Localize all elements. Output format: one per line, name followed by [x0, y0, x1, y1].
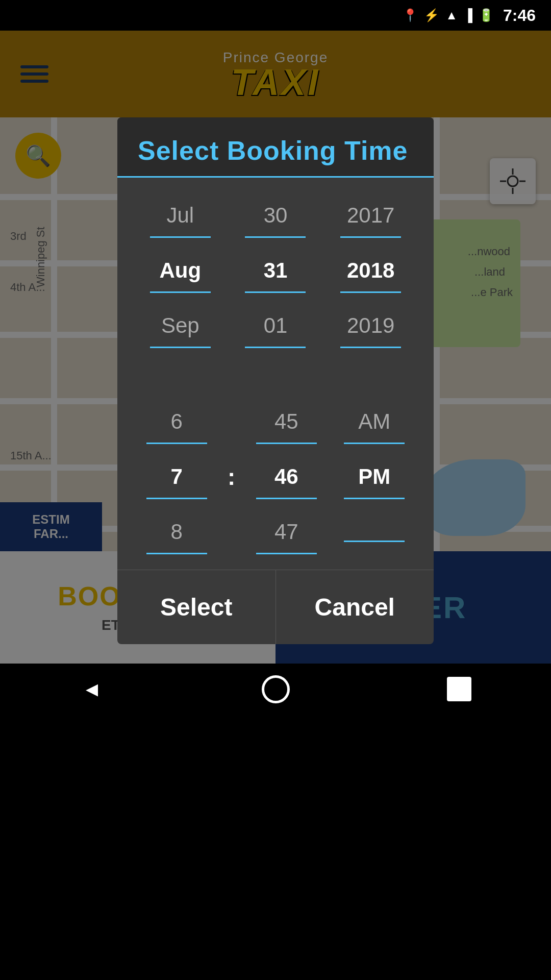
- year-below: 2019: [328, 306, 414, 346]
- date-row-above: Jul 30 2017: [133, 188, 418, 243]
- time-picker-section[interactable]: 6 45 AM 7 : 46 PM 8 47: [117, 384, 434, 570]
- nav-bar: ◄: [0, 664, 551, 715]
- bluetooth-icon: ⚡: [424, 8, 439, 22]
- nav-home-button[interactable]: [255, 669, 296, 709]
- nav-recents-button[interactable]: [439, 669, 480, 709]
- day-below: 01: [232, 306, 319, 346]
- modal-overlay: Select Booking Time Jul 30 2017 Aug 31 2…: [0, 0, 551, 980]
- minute-selected: 46: [243, 457, 330, 497]
- hour-below: 8: [133, 512, 220, 552]
- select-button[interactable]: Select: [117, 570, 276, 644]
- signal-icon: ▐: [464, 8, 472, 22]
- status-time: 7:46: [503, 6, 536, 25]
- time-row-below: 8 47: [133, 504, 418, 559]
- wifi-icon: ▲: [445, 8, 458, 22]
- modal-title: Select Booking Time: [138, 135, 413, 166]
- modal-body: Jul 30 2017 Aug 31 2018 Sep 01 2019: [117, 178, 434, 644]
- back-icon: ◄: [82, 678, 102, 701]
- date-row-below: Sep 01 2019: [133, 298, 418, 353]
- ampm-selected: PM: [331, 457, 418, 497]
- battery-icon: 🔋: [479, 8, 494, 22]
- nav-back-button[interactable]: ◄: [71, 669, 112, 709]
- date-picker-section[interactable]: Jul 30 2017 Aug 31 2018 Sep 01 2019: [117, 178, 434, 363]
- day-above: 30: [232, 195, 319, 235]
- day-selected: 31: [232, 251, 319, 290]
- booking-time-dialog: Select Booking Time Jul 30 2017 Aug 31 2…: [117, 117, 434, 644]
- date-row-selected: Aug 31 2018: [133, 243, 418, 298]
- month-below: Sep: [137, 306, 223, 346]
- modal-header: Select Booking Time: [117, 117, 434, 178]
- hour-above: 6: [133, 402, 220, 442]
- status-bar: 📍 ⚡ ▲ ▐ 🔋 7:46: [0, 0, 551, 31]
- year-above: 2017: [328, 195, 414, 235]
- month-above: Jul: [137, 195, 223, 235]
- ampm-below: [331, 524, 418, 540]
- location-icon: 📍: [403, 8, 418, 22]
- picker-spacer: [117, 363, 434, 384]
- time-colon: :: [221, 463, 242, 491]
- time-row-selected: 7 : 46 PM: [133, 449, 418, 504]
- hour-selected: 7: [133, 457, 220, 497]
- ampm-above: AM: [331, 402, 418, 442]
- modal-buttons: Select Cancel: [117, 570, 434, 644]
- home-circle-icon: [262, 675, 290, 703]
- cancel-button[interactable]: Cancel: [276, 570, 434, 644]
- month-selected: Aug: [137, 251, 223, 290]
- minute-below: 47: [243, 512, 330, 552]
- time-row-above: 6 45 AM: [133, 394, 418, 449]
- recents-square-icon: [447, 677, 471, 701]
- minute-above: 45: [243, 402, 330, 442]
- year-selected: 2018: [328, 251, 414, 290]
- status-icons: 📍 ⚡ ▲ ▐ 🔋: [403, 8, 494, 22]
